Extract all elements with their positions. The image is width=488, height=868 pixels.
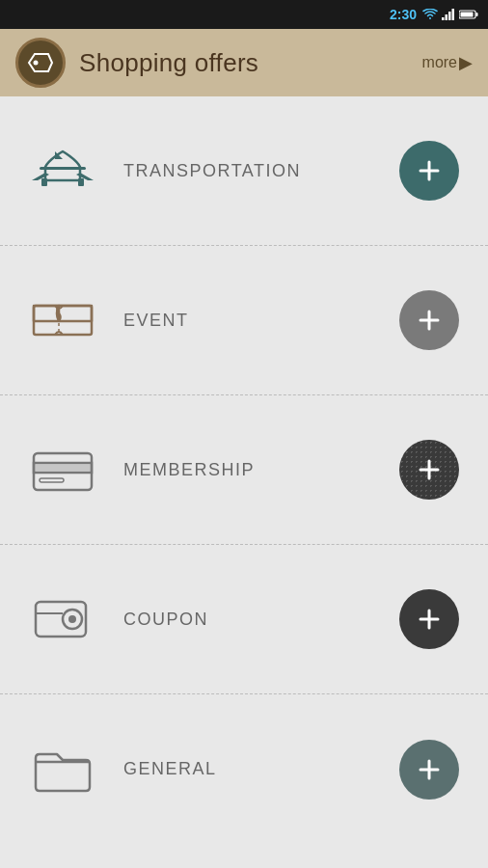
category-row-event[interactable]: EVENT xyxy=(0,246,488,395)
svg-rect-23 xyxy=(36,602,86,637)
category-left: TRANSPORTATION xyxy=(29,138,301,203)
category-left: COUPON xyxy=(29,592,208,646)
event-label: EVENT xyxy=(123,311,189,331)
transportation-icon xyxy=(29,138,96,203)
category-left: MEMBERSHIP xyxy=(29,446,255,494)
transportation-label: TRANSPORTATION xyxy=(123,161,301,181)
header-left: Shopping offers xyxy=(15,38,258,88)
add-coupon-button[interactable] xyxy=(399,589,459,649)
svg-rect-0 xyxy=(442,17,445,20)
more-button[interactable]: more ▶ xyxy=(422,52,473,73)
app-header: Shopping offers more ▶ xyxy=(0,29,488,96)
svg-rect-10 xyxy=(78,178,84,186)
membership-icon xyxy=(29,446,96,494)
app-logo xyxy=(15,38,66,88)
category-left: EVENT xyxy=(29,296,189,344)
add-membership-button[interactable] xyxy=(399,440,459,500)
general-icon xyxy=(29,743,96,797)
svg-rect-8 xyxy=(40,167,86,170)
svg-point-7 xyxy=(34,61,39,66)
category-row-transportation[interactable]: TRANSPORTATION xyxy=(0,96,488,246)
svg-rect-5 xyxy=(476,13,478,16)
status-bar: 2:30 xyxy=(0,0,488,29)
svg-point-25 xyxy=(68,615,76,623)
more-label: more xyxy=(422,54,457,71)
coupon-icon xyxy=(29,592,96,646)
svg-rect-9 xyxy=(41,178,47,186)
battery-icon xyxy=(459,9,478,20)
svg-rect-2 xyxy=(448,12,451,20)
svg-rect-20 xyxy=(40,478,64,482)
more-arrow-icon: ▶ xyxy=(459,52,473,73)
wifi-icon xyxy=(422,9,438,20)
event-icon xyxy=(29,296,96,344)
content-area: TRANSPORTATION xyxy=(0,96,488,868)
svg-rect-19 xyxy=(36,465,91,472)
general-label: GENERAL xyxy=(123,759,217,779)
svg-rect-6 xyxy=(461,13,474,17)
svg-rect-1 xyxy=(446,14,448,20)
status-icons xyxy=(422,9,478,20)
status-time: 2:30 xyxy=(390,7,417,22)
category-row-coupon[interactable]: COUPON xyxy=(0,545,488,694)
add-general-button[interactable] xyxy=(399,740,459,800)
add-transportation-button[interactable] xyxy=(399,141,459,201)
category-left: GENERAL xyxy=(29,743,217,797)
category-row-general[interactable]: GENERAL xyxy=(0,694,488,844)
add-event-button[interactable] xyxy=(399,290,459,350)
signal-icon xyxy=(442,9,455,20)
coupon-label: COUPON xyxy=(123,610,208,630)
svg-rect-3 xyxy=(452,9,455,20)
page-title: Shopping offers xyxy=(79,48,258,78)
price-tag-icon xyxy=(27,52,54,73)
category-row-membership[interactable]: MEMBERSHIP xyxy=(0,395,488,545)
membership-label: MEMBERSHIP xyxy=(123,460,255,480)
